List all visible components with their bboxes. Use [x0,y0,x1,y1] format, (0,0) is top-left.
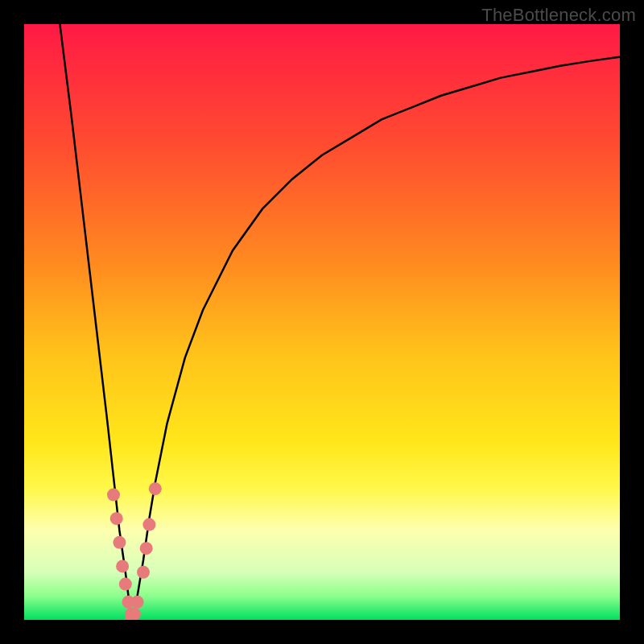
highlight-dot [142,518,155,531]
curve-layer [24,24,620,620]
highlight-dot [116,559,129,572]
highlight-dot [128,608,141,620]
chart-frame: TheBottleneck.com [0,0,644,644]
highlight-dot [110,512,123,525]
highlight-dot [119,578,132,591]
watermark-text: TheBottleneck.com [481,5,636,26]
curve-left-branch [60,24,131,620]
highlight-dot [113,536,126,549]
highlight-dot [140,542,153,555]
curve-right-branch [134,57,620,620]
highlight-dot [107,489,120,502]
highlight-dot [137,566,150,579]
plot-area [24,24,620,620]
highlight-dot [149,482,162,495]
highlight-dot [131,596,144,609]
